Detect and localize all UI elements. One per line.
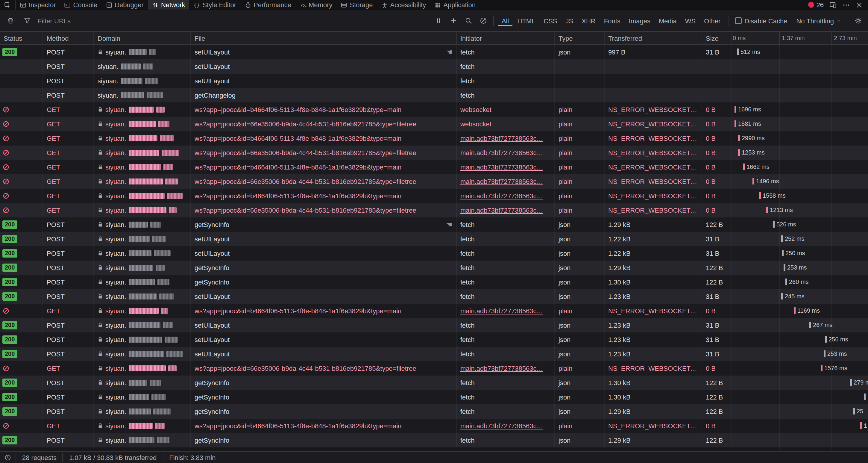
tab-network[interactable]: Network	[148, 0, 189, 9]
initiator-link[interactable]: main.adb73bf727738563c…	[460, 178, 543, 185]
column-header-status[interactable]: Status	[0, 32, 43, 44]
filter-css[interactable]: CSS	[540, 15, 561, 26]
tab-accessibility[interactable]: Accessibility	[377, 0, 430, 9]
request-row[interactable]: 200POSTsiyuan.setUILayoutfetchjson1.23 k…	[0, 347, 868, 361]
request-row[interactable]: 200POSTsiyuan.getSyncInfo☚fetchjson1.29 …	[0, 218, 868, 232]
transferred-cell: 1.30 kB	[604, 390, 702, 404]
request-row[interactable]: 200POSTsiyuan.getSyncInfofetchjson1.29 k…	[0, 404, 868, 419]
clear-requests-button[interactable]	[4, 14, 17, 27]
initiator-link[interactable]: main.adb73bf727738563c…	[460, 307, 543, 315]
initiator-link[interactable]: main.adb73bf727738563c…	[460, 365, 543, 372]
redacted-block	[129, 236, 150, 242]
gear-icon	[854, 17, 862, 25]
filter-images[interactable]: Images	[625, 15, 654, 26]
tab-inspector[interactable]: Inspector	[16, 0, 60, 9]
timeline-gridline	[779, 32, 780, 44]
status-cell	[0, 361, 43, 376]
tab-storage[interactable]: Storage	[337, 0, 377, 9]
initiator-link[interactable]: main.adb73bf727738563c…	[460, 149, 543, 156]
transferred-cell: NS_ERROR_WEBSOCKET_…	[604, 131, 702, 146]
request-row[interactable]: GETsiyuan.ws?app=jpooc&id=66e35006-b9da-…	[0, 361, 868, 376]
responsive-design-button[interactable]	[829, 1, 837, 9]
request-row[interactable]: 200POSTsiyuan.getSyncInfofetchjson1.30 k…	[0, 390, 868, 404]
network-settings-button[interactable]	[851, 14, 864, 27]
request-row[interactable]: GETsiyuan.ws?app=jpooc&id=b4664f06-5113-…	[0, 160, 868, 174]
column-header-transferred[interactable]: Transferred	[604, 32, 702, 44]
method-cell: POST	[43, 404, 94, 419]
tab-debugger[interactable]: Debugger	[101, 0, 148, 9]
disable-cache-toggle[interactable]: Disable Cache	[732, 17, 790, 24]
request-row[interactable]: 200POSTsiyuan.setUILayout☚fetchjson997 B…	[0, 45, 868, 59]
error-count-badge[interactable]: 26	[808, 1, 824, 8]
request-row[interactable]: 200POSTsiyuan.setUILayoutfetchjson1.22 k…	[0, 246, 868, 261]
request-blocking-button[interactable]	[477, 14, 490, 27]
filter-media[interactable]: Media	[655, 15, 680, 26]
network-icon	[152, 1, 159, 8]
column-header-waterfall[interactable]: 0 ms1.37 min2.73 min	[732, 32, 868, 44]
request-row[interactable]: 200POSTsiyuan.getSyncInfofetchjson1.29 k…	[0, 261, 868, 275]
waterfall-cell: 1	[732, 419, 868, 433]
redacted-block	[150, 222, 161, 228]
file-cell: getSyncInfo	[191, 261, 457, 275]
size-cell	[702, 88, 732, 103]
request-row[interactable]: GETsiyuan.ws?app=jpooc&id=b4664f06-5113-…	[0, 419, 868, 433]
initiator-link[interactable]: main.adb73bf727738563c…	[460, 164, 543, 171]
request-row[interactable]: 200POSTsiyuan.setUILayoutfetchjson1.22 k…	[0, 232, 868, 246]
filter-ws[interactable]: WS	[682, 15, 699, 26]
filter-html[interactable]: HTML	[514, 15, 539, 26]
pause-traffic-button[interactable]	[432, 14, 445, 27]
new-request-button[interactable]	[447, 14, 460, 27]
request-row[interactable]: 200POSTsiyuan.getSyncInfofetchjson1.30 k…	[0, 376, 868, 390]
request-row[interactable]: GETsiyuan.ws?app=jpooc&id=66e35006-b9da-…	[0, 203, 868, 218]
initiator-link[interactable]: main.adb73bf727738563c…	[460, 192, 543, 199]
column-header-file[interactable]: File	[191, 32, 457, 44]
performance-analysis-button[interactable]	[0, 454, 16, 461]
throttling-dropdown[interactable]: No Throttling	[793, 17, 845, 24]
tab-memory[interactable]: Memory	[296, 0, 336, 9]
request-row[interactable]: GETsiyuan.ws?app=jpooc&id=66e35006-b9da-…	[0, 117, 868, 131]
request-row[interactable]: 200POSTsiyuan.setUILayoutfetchjson1.23 k…	[0, 289, 868, 304]
request-row[interactable]: POSTsiyuan.setUILayoutfetch	[0, 74, 868, 88]
status-cell	[0, 131, 43, 146]
request-row[interactable]: 200POSTsiyuan.setUILayoutfetchjson1.23 k…	[0, 332, 868, 347]
tab-console[interactable]: Console	[60, 0, 102, 9]
initiator-link[interactable]: main.adb73bf727738563c…	[460, 422, 543, 430]
column-header-initiator[interactable]: Initiator	[457, 32, 555, 44]
filter-js[interactable]: JS	[562, 15, 577, 26]
disable-cache-checkbox[interactable]	[735, 18, 741, 24]
filter-fonts[interactable]: Fonts	[600, 15, 624, 26]
filter-all[interactable]: All	[498, 15, 513, 26]
request-count: 28 requests	[16, 454, 63, 461]
column-header-size[interactable]: Size	[702, 32, 732, 44]
filter-urls-input[interactable]	[38, 17, 426, 24]
request-row[interactable]: GETsiyuan.ws?app=jpooc&id=b4664f06-5113-…	[0, 189, 868, 203]
pick-element-button[interactable]	[0, 0, 16, 9]
search-button[interactable]	[462, 14, 475, 27]
request-row[interactable]: GETsiyuan.ws?app=jpooc&id=66e35006-b9da-…	[0, 146, 868, 160]
request-row[interactable]: POSTsiyuan.getChangelogfetch	[0, 88, 868, 103]
column-header-method[interactable]: Method	[43, 32, 94, 44]
request-row[interactable]: GETsiyuan.ws?app=jpooc&id=66e35006-b9da-…	[0, 174, 868, 189]
filter-xhr[interactable]: XHR	[578, 15, 599, 26]
request-row[interactable]: POSTsiyuan.setUILayoutfetch	[0, 59, 868, 74]
redacted-block	[121, 78, 143, 84]
request-row[interactable]: GETsiyuan.ws?app=jpooc&id=b4664f06-5113-…	[0, 131, 868, 146]
initiator-link[interactable]: main.adb73bf727738563c…	[460, 207, 543, 214]
waterfall-cell: 1662 ms	[732, 160, 868, 174]
request-row[interactable]: 200POSTsiyuan.getSyncInfofetchjson1.30 k…	[0, 275, 868, 289]
request-row[interactable]: GETsiyuan.ws?app=jpooc&id=b4664f06-5113-…	[0, 103, 868, 117]
request-row[interactable]: 200POSTsiyuan.getSyncInfofetchjson1.29 k…	[0, 433, 868, 447]
column-header-domain[interactable]: Domain	[94, 32, 191, 44]
tab-style-editor[interactable]: {}Style Editor	[189, 0, 241, 9]
initiator-text: fetch	[460, 394, 475, 401]
column-header-type[interactable]: Type	[555, 32, 604, 44]
waterfall-label: 245 ms	[785, 289, 805, 304]
tab-performance[interactable]: Performance	[240, 0, 296, 9]
tab-application[interactable]: Application	[430, 0, 480, 9]
request-row[interactable]: GETsiyuan.ws?app=jpooc&id=b4664f06-5113-…	[0, 304, 868, 318]
filter-other[interactable]: Other	[701, 15, 724, 26]
request-row[interactable]: 200POSTsiyuan.setUILayoutfetchjson1.23 k…	[0, 318, 868, 332]
devtools-menu-button[interactable]	[842, 1, 850, 9]
close-devtools-button[interactable]	[856, 1, 863, 9]
initiator-link[interactable]: main.adb73bf727738563c…	[460, 135, 543, 142]
